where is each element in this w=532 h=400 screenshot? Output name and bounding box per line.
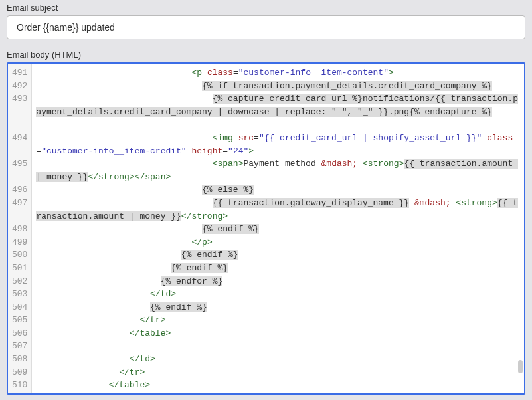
line-number: 503 bbox=[12, 288, 27, 301]
line-number: 507 bbox=[12, 340, 27, 353]
line-number: 506 bbox=[12, 327, 27, 340]
code-line[interactable]: </center> bbox=[36, 392, 520, 393]
email-subject-label: Email subject bbox=[0, 0, 532, 15]
code-line[interactable]: {% endif %} bbox=[36, 301, 520, 314]
code-line[interactable]: <p class="customer-info__item-content"> bbox=[36, 66, 520, 80]
line-number: 505 bbox=[12, 314, 27, 327]
code-line[interactable]: </tr> bbox=[36, 314, 520, 327]
code-line[interactable]: {% else %} bbox=[36, 183, 520, 197]
line-number: 511 bbox=[12, 392, 27, 395]
code-line[interactable]: <img src="{{ credit_card_url | shopify_a… bbox=[36, 132, 520, 157]
code-line[interactable]: {% if transaction.payment_details.credit… bbox=[36, 80, 520, 93]
code-line[interactable]: </p> bbox=[36, 236, 520, 249]
line-number: 491 bbox=[12, 66, 27, 80]
code-line[interactable]: {% capture credit_card_url %}notificatio… bbox=[36, 92, 520, 132]
line-number: 500 bbox=[12, 249, 27, 262]
code-content[interactable]: <p class="customer-info__item-content"> … bbox=[32, 64, 524, 393]
code-line[interactable]: </table> bbox=[36, 379, 520, 392]
email-subject-input[interactable] bbox=[15, 21, 517, 33]
line-number: 493 bbox=[12, 92, 27, 106]
code-line[interactable]: </table> bbox=[36, 327, 520, 340]
line-number: 504 bbox=[12, 301, 27, 314]
line-number: 492 bbox=[12, 80, 27, 93]
code-line[interactable]: <span>Payment method &mdash; <strong>{{ … bbox=[36, 157, 520, 183]
email-body-label: Email body (HTML) bbox=[0, 47, 532, 62]
scrollbar-thumb[interactable] bbox=[518, 360, 523, 373]
code-line[interactable]: </tr> bbox=[36, 366, 520, 379]
line-number: 508 bbox=[12, 353, 27, 366]
code-line[interactable]: </td> bbox=[36, 288, 520, 301]
code-editor[interactable]: 491492493 494 495 496497 498499500501502… bbox=[7, 62, 525, 395]
line-number: 509 bbox=[12, 366, 27, 379]
line-number: 499 bbox=[12, 236, 27, 249]
code-line[interactable]: {% endif %} bbox=[36, 223, 520, 236]
code-line[interactable] bbox=[36, 340, 520, 353]
line-number: 497 bbox=[12, 197, 27, 210]
line-number: 498 bbox=[12, 223, 27, 236]
email-subject-input-wrapper bbox=[7, 15, 525, 39]
line-number: 502 bbox=[12, 275, 27, 288]
line-number: 510 bbox=[12, 379, 27, 392]
line-number: 496 bbox=[12, 183, 27, 197]
line-number: 495 bbox=[12, 157, 27, 171]
code-line[interactable]: </td> bbox=[36, 353, 520, 366]
line-number: 501 bbox=[12, 262, 27, 275]
line-number-gutter: 491492493 494 495 496497 498499500501502… bbox=[8, 64, 32, 393]
code-line[interactable]: {% endif %} bbox=[36, 249, 520, 262]
code-line[interactable]: {% endfor %} bbox=[36, 275, 520, 288]
code-line[interactable]: {% endif %} bbox=[36, 262, 520, 275]
line-number: 494 bbox=[12, 132, 27, 145]
code-line[interactable]: {{ transaction.gateway_display_name }} &… bbox=[36, 197, 520, 223]
